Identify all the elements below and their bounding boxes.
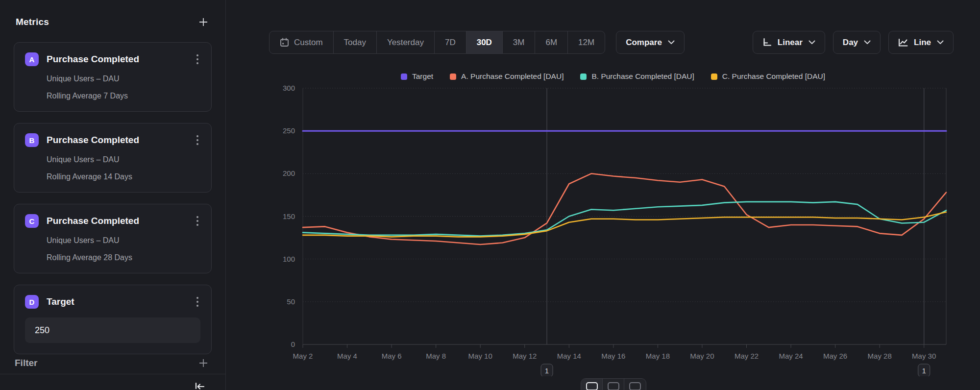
svg-text:0: 0 [291, 340, 295, 348]
svg-text:May 30: May 30 [912, 352, 936, 360]
metric-card-list: A Purchase Completed Unique Users – DAU … [14, 42, 212, 273]
panel-icon [629, 382, 641, 390]
target-card: D Target [14, 285, 212, 354]
add-metric-button[interactable] [196, 15, 211, 29]
svg-text:250: 250 [283, 126, 295, 135]
metric-menu-button[interactable] [195, 133, 200, 147]
date-range-option-label: Yesterday [387, 38, 424, 48]
axis-scale-icon [762, 38, 772, 47]
date-range-option-6m[interactable]: 6M [535, 31, 568, 53]
date-range-option-today[interactable]: Today [334, 31, 377, 53]
date-range-option-12m[interactable]: 12M [568, 31, 605, 53]
date-range-option-7d[interactable]: 7D [435, 31, 466, 53]
chevron-down-icon [808, 40, 815, 45]
metric-badge: B [25, 133, 39, 147]
annotation-badge[interactable]: 1 [541, 364, 553, 376]
metric-menu-button[interactable] [195, 52, 200, 66]
view-toggle-option-3[interactable] [624, 379, 646, 390]
svg-text:150: 150 [283, 212, 295, 220]
metric-measure: Unique Users – DAU [47, 155, 200, 164]
metric-transform: Rolling Average 7 Days [47, 92, 200, 100]
compare-label: Compare [626, 38, 662, 48]
kebab-icon [196, 216, 198, 226]
metric-transform: Rolling Average 28 Days [47, 253, 200, 262]
date-range-option-custom[interactable]: Custom [270, 31, 334, 53]
legend-item[interactable]: Target [401, 72, 433, 81]
svg-text:May 22: May 22 [735, 352, 759, 360]
date-range-option-label: 3M [513, 38, 525, 48]
sidebar: Metrics A Purchase Completed Unique User… [0, 0, 226, 390]
svg-text:100: 100 [283, 255, 295, 263]
view-toggle-option-2[interactable] [603, 379, 624, 390]
svg-text:1: 1 [922, 366, 926, 375]
chart-toolbar: Custom Today Yesterday 7D 30D 3M 6M 12M … [269, 31, 954, 54]
legend-item[interactable]: B. Purchase Completed [DAU] [580, 72, 694, 81]
scale-label: Linear [778, 38, 803, 48]
date-range-option-yesterday[interactable]: Yesterday [377, 31, 435, 53]
svg-text:200: 200 [283, 169, 295, 177]
chevron-down-icon [668, 40, 675, 45]
svg-text:May 26: May 26 [823, 352, 847, 360]
collapse-sidebar-button[interactable] [191, 379, 208, 390]
date-range-selector: Custom Today Yesterday 7D 30D 3M 6M 12M [269, 31, 605, 54]
metrics-title: Metrics [16, 17, 49, 27]
collapse-left-icon [193, 381, 206, 390]
filter-header: Filter [15, 356, 211, 370]
target-value-input[interactable] [25, 317, 200, 343]
svg-text:May 4: May 4 [337, 352, 357, 360]
line-chart: 050100150200250300May 2May 4May 6May 8Ma… [272, 82, 954, 378]
granularity-select-button[interactable]: Day [833, 31, 881, 54]
metric-card: A Purchase Completed Unique Users – DAU … [14, 42, 212, 112]
svg-text:May 16: May 16 [601, 352, 625, 360]
svg-text:May 28: May 28 [868, 352, 892, 360]
legend-swatch [711, 73, 717, 80]
legend-item[interactable]: C. Purchase Completed [DAU] [711, 72, 825, 81]
metric-measure: Unique Users – DAU [47, 74, 200, 83]
svg-text:May 8: May 8 [426, 352, 446, 360]
metric-menu-button[interactable] [195, 214, 200, 228]
svg-text:1: 1 [545, 366, 549, 375]
chart-display-controls: Linear Day Line [753, 31, 954, 54]
metric-transform: Rolling Average 14 Days [47, 172, 200, 181]
svg-text:May 12: May 12 [513, 352, 537, 360]
svg-text:50: 50 [287, 297, 295, 306]
chart-panel: Custom Today Yesterday 7D 30D 3M 6M 12M … [226, 0, 980, 390]
date-range-option-label: 6M [545, 38, 557, 48]
metrics-header: Metrics [14, 0, 212, 29]
date-range-option-label: Today [344, 38, 366, 48]
line-chart-icon [898, 38, 908, 47]
metric-title: Purchase Completed [47, 54, 187, 65]
legend-item[interactable]: A. Purchase Completed [DAU] [450, 72, 564, 81]
chart-type-select-button[interactable]: Line [888, 31, 954, 54]
sidebar-divider [0, 374, 225, 374]
legend-label: A. Purchase Completed [DAU] [461, 72, 564, 81]
date-range-option-label: 12M [578, 38, 594, 48]
metric-card: C Purchase Completed Unique Users – DAU … [14, 204, 212, 273]
series-line [303, 212, 946, 237]
compare-button[interactable]: Compare [616, 31, 685, 54]
date-range-option-label: 7D [445, 38, 456, 48]
date-range-option-label: 30D [477, 38, 492, 48]
panel-icon [586, 382, 598, 390]
panel-icon [608, 382, 619, 390]
date-range-option-label: Custom [294, 38, 323, 48]
calendar-icon [280, 38, 289, 47]
metric-title: Purchase Completed [47, 216, 187, 226]
date-range-option-3m[interactable]: 3M [503, 31, 536, 53]
chart-canvas[interactable]: 050100150200250300May 2May 4May 6May 8Ma… [272, 82, 954, 376]
metric-card: B Purchase Completed Unique Users – DAU … [14, 123, 212, 193]
scale-select-button[interactable]: Linear [753, 31, 825, 54]
svg-text:300: 300 [283, 84, 295, 92]
svg-text:May 24: May 24 [779, 352, 803, 360]
annotation-badge[interactable]: 1 [918, 364, 930, 376]
plus-icon [198, 17, 209, 27]
chevron-down-icon [864, 40, 871, 45]
date-range-option-30d[interactable]: 30D [466, 31, 503, 53]
legend-swatch [401, 73, 407, 80]
svg-text:May 20: May 20 [690, 352, 714, 360]
target-menu-button[interactable] [195, 295, 200, 309]
granularity-label: Day [843, 38, 858, 48]
add-filter-button[interactable] [196, 356, 211, 370]
kebab-icon [196, 135, 198, 145]
view-toggle-option-1[interactable] [581, 379, 603, 390]
